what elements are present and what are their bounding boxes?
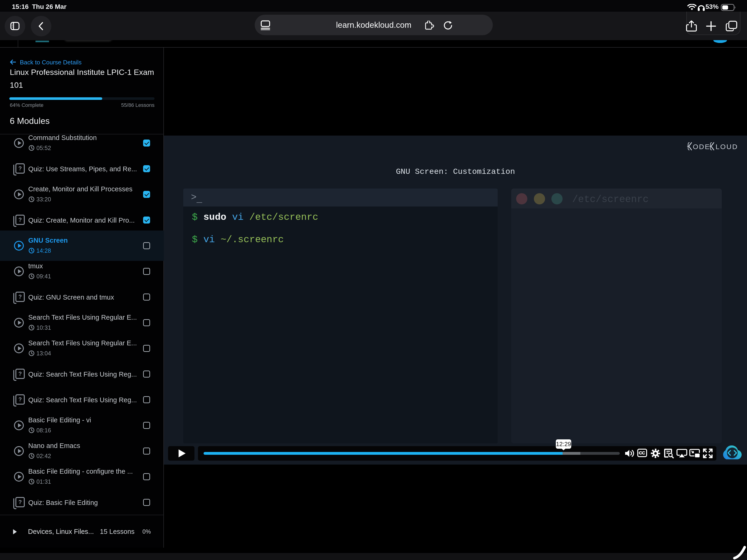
svg-text:ODE: ODE bbox=[693, 143, 710, 151]
svg-text:LOUD: LOUD bbox=[716, 143, 738, 151]
